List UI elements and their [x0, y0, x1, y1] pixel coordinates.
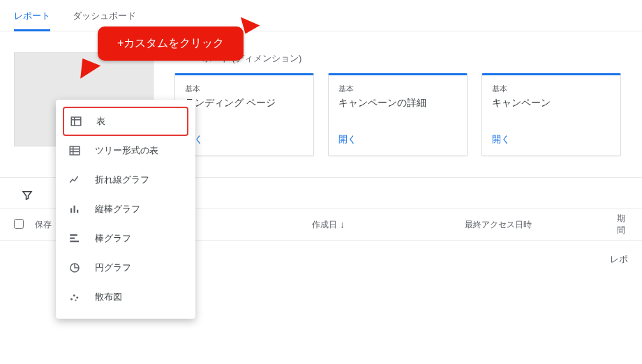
line-chart-icon: [68, 174, 81, 186]
tab-reports[interactable]: レポート: [14, 6, 50, 31]
card-category: 基本: [338, 84, 457, 94]
menu-label: 表: [96, 115, 105, 128]
card-open-link[interactable]: 開く: [338, 133, 457, 146]
svg-rect-1: [70, 146, 80, 155]
th-created[interactable]: 作成日 ↓: [312, 219, 464, 231]
menu-label: ツリー形式の表: [95, 144, 158, 157]
th-period[interactable]: 期間: [617, 213, 628, 236]
card-open-link[interactable]: 開く: [492, 133, 611, 146]
report-card[interactable]: 基本 キャンペーンの詳細 開く: [328, 73, 468, 156]
card-open-link[interactable]: 開く: [185, 133, 304, 146]
svg-point-12: [75, 299, 76, 301]
menu-label: 散布図: [95, 291, 122, 303]
menu-label: 折れ線グラフ: [95, 174, 149, 186]
menu-item-line-chart[interactable]: 折れ線グラフ: [56, 165, 195, 195]
menu-item-scatter-chart[interactable]: 散布図: [56, 282, 195, 312]
svg-point-10: [73, 294, 75, 296]
pie-chart-icon: [68, 261, 81, 274]
svg-rect-7: [70, 241, 79, 242]
annotation-bubble: +カスタムをクリック: [98, 26, 244, 61]
svg-rect-3: [74, 206, 75, 213]
card-category: 基本: [185, 84, 304, 94]
svg-rect-2: [70, 208, 72, 213]
svg-rect-0: [71, 117, 81, 126]
table-icon: [70, 115, 82, 128]
svg-rect-5: [70, 234, 77, 236]
tree-table-icon: [68, 144, 81, 157]
card-title: キャンペーン: [492, 97, 611, 109]
scatter-chart-icon: [68, 291, 81, 303]
svg-point-11: [76, 296, 78, 298]
menu-label: 円グラフ: [95, 261, 131, 274]
menu-item-column-chart[interactable]: 縦棒グラフ: [56, 195, 195, 224]
column-chart-icon: [68, 203, 81, 215]
select-all-checkbox[interactable]: [14, 219, 24, 229]
svg-point-9: [70, 298, 73, 301]
sort-desc-icon: ↓: [340, 220, 345, 229]
menu-item-table[interactable]: 表: [63, 107, 188, 136]
report-card[interactable]: 基本 ランディング ページ 開く: [174, 73, 314, 156]
th-created-label: 作成日: [312, 219, 337, 231]
bar-chart-icon: [68, 232, 81, 245]
menu-label: 棒グラフ: [95, 232, 131, 245]
chart-type-menu: 表 ツリー形式の表 折れ線グラフ 縦棒グラフ 棒グラフ 円グラフ 散布図: [56, 100, 195, 319]
card-title: ランディング ページ: [185, 97, 304, 109]
menu-item-bar-chart[interactable]: 棒グラフ: [56, 224, 195, 253]
filter-icon[interactable]: [21, 192, 33, 204]
th-lastaccess[interactable]: 最終アクセス日時: [465, 219, 617, 231]
svg-rect-6: [70, 238, 75, 239]
svg-rect-4: [77, 210, 78, 213]
menu-label: 縦棒グラフ: [95, 203, 140, 215]
menu-item-tree-table[interactable]: ツリー形式の表: [56, 136, 195, 165]
menu-item-pie-chart[interactable]: 円グラフ: [56, 253, 195, 282]
card-title: キャンペーンの詳細: [338, 97, 457, 109]
card-category: 基本: [492, 84, 611, 94]
report-card[interactable]: 基本 キャンペーン 開く: [482, 73, 621, 156]
